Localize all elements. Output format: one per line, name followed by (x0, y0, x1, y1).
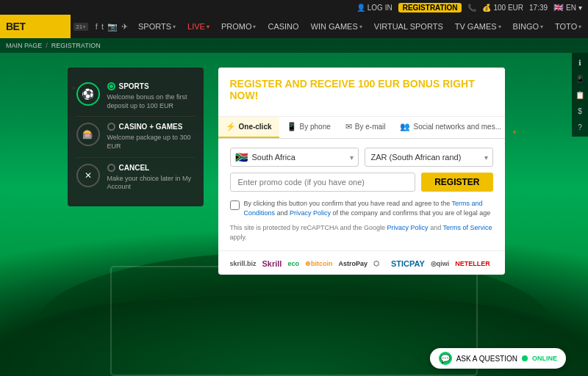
breadcrumb-current: REGISTRATION (51, 42, 101, 49)
sidebar-dollar-icon[interactable]: $ (573, 104, 587, 118)
country-currency-row: 🇿🇦 South Africa ▾ ZAR (South African ran… (230, 148, 493, 167)
privacy-link[interactable]: Privacy Policy (290, 209, 331, 217)
facebook-icon[interactable]: f (96, 22, 98, 31)
country-flag: 🇿🇦 (231, 151, 252, 163)
telegram-icon[interactable]: ✈ (121, 22, 128, 32)
sidebar-clipboard-icon[interactable]: 📋 (573, 88, 587, 101)
login-button[interactable]: 👤 LOG IN (356, 4, 392, 12)
nav-bingo[interactable]: BINGO ▾ (507, 15, 549, 38)
bonus-sports[interactable]: ⚽ SPORTS Welcome bonus on the first depo… (76, 76, 195, 117)
twitter-icon[interactable]: t (101, 22, 104, 31)
currency-select[interactable]: ZAR (South African rand) ▾ (365, 148, 493, 167)
payment-eco: eco (287, 260, 299, 267)
payment-skrillbiz: skrill.biz (230, 260, 257, 267)
nav-toto[interactable]: TOTO ▾ (549, 15, 587, 38)
currency-arrow: ▾ (480, 153, 492, 162)
cancel-title: CANCEL (119, 164, 150, 172)
country-arrow: ▾ (345, 153, 358, 162)
sports-icon: ⚽ (76, 82, 100, 106)
language-selector[interactable]: 🇬🇧 EN ▾ (553, 3, 582, 12)
phone-tab-icon: 📱 (287, 122, 297, 131)
cancel-icon: ✕ (76, 164, 100, 187)
instagram-icon[interactable]: 📷 (107, 22, 118, 32)
casino-radio: CASINO + GAMES Welcome package up to 300… (107, 123, 195, 151)
nav-live[interactable]: LIVE ▾ (182, 15, 215, 38)
phone-icon: 📞 (467, 4, 476, 12)
recaptcha-privacy-link[interactable]: Privacy Policy (387, 224, 429, 231)
registration-button[interactable]: REGISTRATION (398, 3, 462, 12)
online-label: ONLINE (532, 355, 557, 362)
sports-title: SPORTS (119, 82, 149, 90)
tos-link[interactable]: Terms of Service (442, 224, 492, 231)
cancel-radio-btn[interactable] (107, 164, 115, 172)
nav-casino[interactable]: CASINO (262, 15, 304, 38)
sidebar-info-icon[interactable]: ℹ (573, 56, 587, 69)
nav-tvgames[interactable]: TV GAMES ▾ (449, 15, 507, 38)
bonus-cancel[interactable]: ✕ CANCEL Make your choice later in My Ac… (76, 158, 195, 198)
nav-items: SPORTS ▾ LIVE ▾ PROMO ▾ CASINO WIN GAMES… (132, 15, 588, 38)
payment-qiwi: ◎qiwi (431, 260, 450, 267)
country-value: South Africa (252, 148, 345, 166)
reg-header: REGISTER AND RECEIVE 100 EUR BONUS RIGHT… (218, 68, 505, 117)
time-display: 17:39 (529, 4, 548, 12)
reg-form: 🇿🇦 South Africa ▾ ZAR (South African ran… (218, 139, 505, 250)
casino-icon: 🎰 (76, 123, 100, 146)
sidebar-help-icon[interactable]: ? (573, 120, 587, 134)
terms-checkbox-row: By clicking this button you confirm that… (230, 199, 493, 217)
tab-social[interactable]: 👥 Social networks and mes... (392, 117, 504, 138)
ask-question-label: ASK A QUESTION (456, 355, 517, 363)
currency-value: ZAR (South African rand) (365, 148, 480, 166)
logo[interactable]: BETWINNER (0, 15, 71, 38)
registration-panel: REGISTER AND RECEIVE 100 EUR BONUS RIGHT… (218, 68, 505, 275)
sidebar-mobile-icon[interactable]: 📱 (573, 72, 587, 85)
currency-display: 💰 100 EUR (482, 4, 523, 12)
cancel-desc: Make your choice later in My Account (107, 175, 195, 192)
oneclick-icon: ⚡ (226, 122, 236, 131)
payment-bitcoin: ⊛bitcoin (305, 260, 333, 267)
payment-neteller: NETELLER (455, 260, 490, 267)
content-area: ⚽ SPORTS Welcome bonus on the first depo… (0, 53, 572, 376)
social-tab-icon: 👥 (400, 122, 410, 131)
payment-astropay: AstroPay (338, 260, 368, 267)
nav-wingames[interactable]: WIN GAMES ▾ (305, 15, 368, 38)
right-sidebar: ℹ 📱 📋 $ ? (572, 53, 588, 137)
bonus-panel: ⚽ SPORTS Welcome bonus on the first depo… (68, 68, 204, 206)
register-button[interactable]: REGISTER (421, 173, 492, 192)
sports-radio-btn[interactable] (107, 82, 115, 90)
online-indicator (522, 355, 528, 361)
reg-tabs: ⚡ One-click 📱 By phone ✉ By e-mail 👥 Soc… (218, 117, 505, 139)
payment-skrill: Skrill (262, 259, 282, 268)
nav-virtual[interactable]: VIRTUAL SPORTS (368, 15, 449, 38)
age-badge: 21+ (74, 23, 88, 31)
main-nav: BETWINNER 21+ f t 📷 ✈ SPORTS ▾ LIVE ▾ PR… (0, 15, 588, 38)
breadcrumb-home[interactable]: MAIN PAGE (6, 42, 42, 49)
top-bar: 👤 LOG IN REGISTRATION 📞 💰 100 EUR 17:39 … (0, 0, 588, 15)
casino-desc: Welcome package up to 300 EUR (107, 134, 195, 151)
bonus-casino[interactable]: 🎰 CASINO + GAMES Welcome package up to 3… (76, 117, 195, 157)
sports-radio: SPORTS Welcome bonus on the first deposi… (107, 82, 195, 110)
payment-sticpay: STICPAY (391, 259, 425, 268)
promo-row: REGISTER (230, 173, 493, 192)
nav-sports[interactable]: SPORTS ▾ (132, 15, 182, 38)
promo-input[interactable] (230, 173, 416, 192)
tab-oneclick[interactable]: ⚡ One-click (218, 117, 279, 138)
tab-email[interactable]: ✉ By e-mail (338, 117, 393, 138)
recaptcha-text: This site is protected by reCAPTCHA and … (230, 223, 493, 242)
nav-promo[interactable]: PROMO ▾ (215, 15, 262, 38)
terms-text: By clicking this button you confirm that… (244, 199, 493, 217)
cancel-radio: CANCEL Make your choice later in My Acco… (107, 164, 195, 192)
casino-radio-btn[interactable] (107, 123, 115, 131)
payment-logos: skrill.biz Skrill eco ⊛bitcoin AstroPay … (218, 250, 505, 275)
social-icons: f t 📷 ✈ (91, 22, 132, 32)
sports-desc: Welcome bonus on the first deposit up to… (107, 93, 195, 110)
breadcrumb: MAIN PAGE / REGISTRATION (0, 38, 588, 53)
casino-title: CASINO + GAMES (119, 123, 183, 131)
ask-question-button[interactable]: 💬 ASK A QUESTION ONLINE (430, 348, 566, 369)
email-tab-icon: ✉ (345, 122, 352, 131)
payment-misc1: ⬡ (373, 260, 379, 267)
country-select[interactable]: 🇿🇦 South Africa ▾ (230, 148, 359, 167)
tab-phone[interactable]: 📱 By phone (279, 117, 338, 138)
terms-checkbox[interactable] (230, 200, 240, 210)
reg-title: REGISTER AND RECEIVE 100 EUR BONUS RIGHT… (230, 78, 493, 101)
chat-icon: 💬 (439, 352, 452, 365)
